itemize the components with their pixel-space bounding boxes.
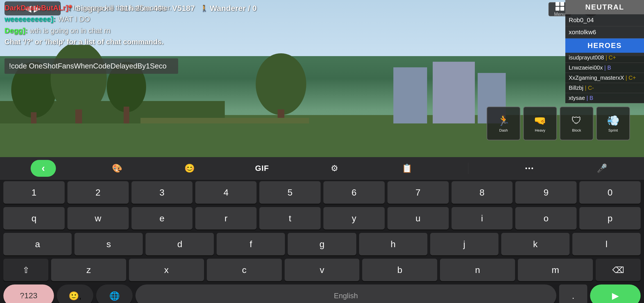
chat-input[interactable] <box>4 58 178 74</box>
num-switch-label: ?123 <box>20 291 37 300</box>
key-d[interactable]: d <box>146 233 214 255</box>
qwerty-row: q w e r t y u i o p <box>0 205 644 231</box>
dash-icon: 🏃 <box>497 115 510 127</box>
key-5[interactable]: 5 <box>259 181 321 204</box>
team-row-2: xontolkw6 <box>565 26 644 38</box>
gif-button[interactable]: GIF <box>251 160 273 177</box>
right-panel: NEUTRAL Rob0_04 xontolkw6 HEROES isudpra… <box>565 0 644 112</box>
toolbar-separator <box>468 163 468 174</box>
neutral-header: NEUTRAL <box>565 0 644 14</box>
block-icon: 🛡 <box>572 115 582 127</box>
clipboard-icon: 📋 <box>402 163 412 173</box>
key-1[interactable]: 1 <box>3 181 65 204</box>
send-key[interactable]: ▶ <box>590 284 641 303</box>
key-k[interactable]: k <box>501 233 570 255</box>
svg-point-4 <box>51 45 107 115</box>
hero-row-5: xtysae | B <box>565 93 644 103</box>
key-3[interactable]: 3 <box>131 181 193 204</box>
globe-icon: 🌐 <box>109 291 120 301</box>
svg-rect-10 <box>393 67 427 123</box>
clipboard-button[interactable]: 📋 <box>396 160 418 177</box>
dash-button[interactable]: 🏃 Dash <box>487 107 520 140</box>
key-i[interactable]: i <box>452 207 513 229</box>
key-0[interactable]: 0 <box>579 181 641 204</box>
period-key[interactable]: . <box>559 284 587 303</box>
sprint-icon: 💨 <box>607 115 620 127</box>
svg-rect-13 <box>140 118 309 123</box>
chat-input-area <box>0 56 183 76</box>
hero-row-2: Lnwzaeiei00x | B <box>565 63 644 73</box>
key-g[interactable]: g <box>288 233 356 255</box>
sprint-button[interactable]: 💨 Sprint <box>596 107 630 140</box>
hero-row-4: Billzbj | C- <box>565 83 644 93</box>
key-f[interactable]: f <box>217 233 285 255</box>
keyboard-settings-icon: ⚙ <box>331 163 338 173</box>
chat-message-3: Degg]: wth is going on in chat rn <box>4 26 178 36</box>
zxcv-row: ⇧ z x c v b n m ⌫ <box>0 257 644 283</box>
key-a[interactable]: a <box>3 233 72 255</box>
asdf-row: a s d f g h j k l <box>0 231 644 257</box>
number-row: 1 2 3 4 5 6 7 8 9 0 <box>0 180 644 205</box>
action-buttons: 🏃 Dash 🤜 Heavy 🛡 Block 💨 Sprint <box>487 107 630 140</box>
space-key[interactable]: English <box>135 284 556 303</box>
key-2[interactable]: 2 <box>67 181 129 204</box>
chat-overlay: DarkDeathButALr]: Im gonna kill that hal… <box>0 0 183 51</box>
back-chevron-icon: ‹ <box>42 162 45 174</box>
key-o[interactable]: o <box>515 207 577 229</box>
chat-message-system: Chat '/?' or '/help' for a list of chat … <box>4 37 178 47</box>
key-q[interactable]: q <box>3 207 65 229</box>
key-u[interactable]: u <box>387 207 449 229</box>
key-j[interactable]: j <box>430 233 498 255</box>
key-v[interactable]: v <box>285 259 360 281</box>
key-b[interactable]: b <box>362 259 437 281</box>
key-y[interactable]: y <box>323 207 385 229</box>
more-icon: ••• <box>525 165 534 172</box>
team-row-1: Rob0_04 <box>565 14 644 26</box>
heavy-icon: 🤜 <box>534 115 547 127</box>
globe-key[interactable]: 🌐 <box>96 284 133 303</box>
keyboard-settings-button[interactable]: ⚙ <box>323 160 346 177</box>
key-s[interactable]: s <box>74 233 143 255</box>
gif-label: GIF <box>255 164 269 173</box>
key-8[interactable]: 8 <box>452 181 513 204</box>
mic-button[interactable]: 🎤 <box>591 160 613 177</box>
key-7[interactable]: 7 <box>387 181 449 204</box>
sticker-icon: 😊 <box>184 163 195 173</box>
key-6[interactable]: 6 <box>323 181 385 204</box>
key-z[interactable]: z <box>51 259 126 281</box>
key-m[interactable]: m <box>518 259 593 281</box>
shift-key[interactable]: ⇧ <box>3 259 48 281</box>
backspace-icon: ⌫ <box>612 265 624 275</box>
more-button[interactable]: ••• <box>518 160 541 177</box>
key-p[interactable]: p <box>579 207 641 229</box>
emoji-palette-button[interactable]: 🎨 <box>106 160 128 177</box>
key-l[interactable]: l <box>572 233 641 255</box>
key-4[interactable]: 4 <box>195 181 257 204</box>
key-n[interactable]: n <box>440 259 515 281</box>
emoji-key[interactable]: 🙂, <box>57 284 93 303</box>
key-r[interactable]: r <box>195 207 257 229</box>
key-t[interactable]: t <box>259 207 321 229</box>
key-c[interactable]: c <box>207 259 282 281</box>
key-w[interactable]: w <box>67 207 129 229</box>
key-x[interactable]: x <box>129 259 204 281</box>
svg-rect-7 <box>124 107 129 123</box>
period-label: . <box>572 291 575 301</box>
chat-message-1: DarkDeathButALr]: Im gonna kill that hal… <box>4 3 178 13</box>
backspace-key[interactable]: ⌫ <box>596 259 641 281</box>
key-h[interactable]: h <box>359 233 427 255</box>
block-button[interactable]: 🛡 Block <box>560 107 593 140</box>
heroes-header: HEROES <box>565 38 644 53</box>
sticker-button[interactable]: 😊 <box>178 160 201 177</box>
game-view: ◀ ▶ 📍 Singapore 31h 25m 46s V5187 🚶 Wand… <box>0 0 644 157</box>
num-switch-key[interactable]: ?123 <box>3 284 54 303</box>
shift-icon: ⇧ <box>22 265 30 275</box>
keyboard-toolbar: ‹ 🎨 😊 GIF ⚙ 📋 ••• 🎤 <box>0 157 644 180</box>
keyboard-back-button[interactable]: ‹ <box>31 160 56 177</box>
heavy-button[interactable]: 🤜 Heavy <box>523 107 557 140</box>
mic-icon: 🎤 <box>597 163 607 173</box>
key-e[interactable]: e <box>131 207 193 229</box>
key-9[interactable]: 9 <box>515 181 577 204</box>
hero-row-3: XxZgaming_masterxX | C+ <box>565 73 644 83</box>
hero-row-1: isudprayut008 | C+ <box>565 53 644 63</box>
